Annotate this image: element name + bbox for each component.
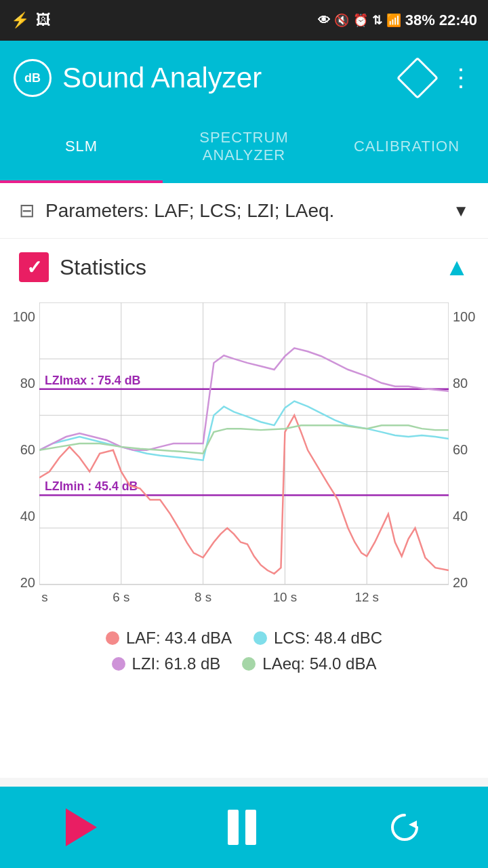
menu-button[interactable]: ⋮ bbox=[449, 64, 474, 92]
collapse-triangle[interactable]: ▲ bbox=[445, 253, 469, 281]
y-axis-left: 100 80 60 40 20 bbox=[7, 302, 39, 611]
pause-button[interactable] bbox=[228, 810, 256, 845]
play-icon bbox=[66, 808, 97, 846]
tabs: SLM SPECTRUM ANALYZER CALIBRATION bbox=[0, 115, 488, 183]
legend-row-2: LZI: 61.8 dB LAeq: 54.0 dBA bbox=[112, 654, 377, 673]
image-icon: 🖼 bbox=[36, 12, 51, 29]
laf-dot bbox=[106, 631, 119, 645]
app-bar-left: dB Sound Analyzer bbox=[14, 59, 262, 97]
statistics-label: Statistics bbox=[60, 255, 434, 280]
legend-lcs: LCS: 48.4 dBC bbox=[253, 629, 382, 648]
mute-icon: 🔇 bbox=[334, 13, 349, 28]
laf-label: LAF: 43.4 dBA bbox=[126, 629, 232, 648]
sync-icon: ⇅ bbox=[372, 13, 382, 28]
usb-icon: ⚡ bbox=[11, 12, 29, 29]
params-text: Parameters: LAF; LCS; LZI; LAeq. bbox=[45, 200, 442, 222]
svg-text:10 s: 10 s bbox=[273, 590, 298, 604]
rotate-icon[interactable] bbox=[396, 57, 439, 99]
tab-slm[interactable]: SLM bbox=[0, 115, 163, 183]
bottom-bar bbox=[0, 787, 488, 868]
checkmark-icon: ✓ bbox=[26, 256, 42, 279]
app-bar-right: ⋮ bbox=[403, 63, 474, 93]
time: 22:40 bbox=[439, 12, 477, 29]
app-title: Sound Analyzer bbox=[62, 62, 262, 94]
legend-laf: LAF: 43.4 dBA bbox=[106, 629, 232, 648]
y-axis-right: 100 80 60 40 20 bbox=[449, 302, 481, 611]
svg-marker-22 bbox=[409, 821, 417, 829]
play-button[interactable] bbox=[66, 808, 97, 846]
app-bar: dB Sound Analyzer ⋮ bbox=[0, 41, 488, 115]
status-bar: ⚡ 🖼 👁 🔇 ⏰ ⇅ 📶 38% 22:40 bbox=[0, 0, 488, 41]
svg-text:12 s: 12 s bbox=[354, 590, 379, 604]
lzi-label: LZI: 61.8 dB bbox=[132, 654, 221, 673]
stats-row: ✓ Statistics ▲ bbox=[0, 239, 488, 296]
status-right: 👁 🔇 ⏰ ⇅ 📶 38% 22:40 bbox=[318, 12, 477, 29]
content: ⊟ Parameters: LAF; LCS; LZI; LAeq. ▼ ✓ S… bbox=[0, 183, 488, 778]
chart-svg: LZImax : 75.4 dB LZImin : 45.4 dB bbox=[39, 302, 449, 611]
params-row[interactable]: ⊟ Parameters: LAF; LCS; LZI; LAeq. ▼ bbox=[0, 183, 488, 239]
chart-wrap: 100 80 60 40 20 bbox=[7, 302, 481, 611]
legend: LAF: 43.4 dBA LCS: 48.4 dBC LZI: 61.8 dB… bbox=[0, 618, 488, 690]
svg-text:LZImin : 45.4 dB: LZImin : 45.4 dB bbox=[45, 479, 138, 493]
laeq-dot bbox=[242, 657, 256, 671]
lcs-dot bbox=[253, 631, 267, 645]
status-left: ⚡ 🖼 bbox=[11, 12, 51, 29]
tab-spectrum[interactable]: SPECTRUM ANALYZER bbox=[163, 115, 325, 183]
replay-button[interactable] bbox=[387, 810, 422, 845]
signal-icon: 📶 bbox=[386, 13, 401, 28]
svg-text:LZImax : 75.4 dB: LZImax : 75.4 dB bbox=[45, 374, 141, 387]
logo-text: dB bbox=[24, 71, 41, 85]
svg-text:6 s: 6 s bbox=[113, 590, 129, 604]
svg-text:4 s: 4 s bbox=[39, 590, 48, 604]
legend-lzi: LZI: 61.8 dB bbox=[112, 654, 221, 673]
eye-icon: 👁 bbox=[318, 14, 330, 28]
sliders-icon: ⊟ bbox=[19, 199, 35, 222]
lzi-dot bbox=[112, 657, 125, 671]
battery-text: 38% bbox=[405, 12, 435, 29]
app-logo: dB bbox=[14, 59, 52, 97]
chart-container: 100 80 60 40 20 bbox=[7, 296, 481, 618]
lcs-label: LCS: 48.4 dBC bbox=[274, 629, 382, 648]
alarm-icon: ⏰ bbox=[353, 13, 368, 28]
laeq-label: LAeq: 54.0 dBA bbox=[262, 654, 376, 673]
legend-row-1: LAF: 43.4 dBA LCS: 48.4 dBC bbox=[106, 629, 382, 648]
dropdown-arrow[interactable]: ▼ bbox=[453, 201, 469, 220]
svg-text:8 s: 8 s bbox=[195, 590, 211, 604]
legend-laeq: LAeq: 54.0 dBA bbox=[242, 654, 376, 673]
replay-icon bbox=[387, 810, 422, 845]
pause-icon bbox=[228, 810, 256, 845]
tab-calibration[interactable]: CALIBRATION bbox=[325, 115, 488, 183]
statistics-checkbox[interactable]: ✓ bbox=[19, 252, 49, 282]
